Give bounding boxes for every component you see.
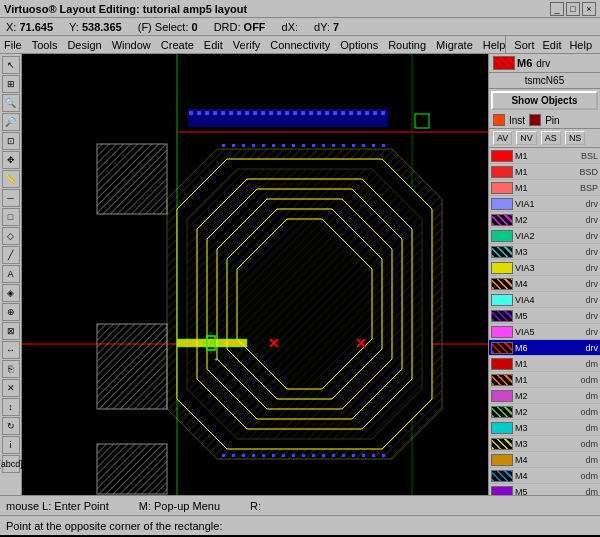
- svg-rect-46: [222, 144, 225, 147]
- copy-tool[interactable]: ⎘: [2, 360, 20, 378]
- layer-row[interactable]: VIA1drv: [489, 196, 600, 212]
- help-menu[interactable]: Help: [569, 39, 592, 51]
- path-tool[interactable]: ╱: [2, 246, 20, 264]
- layer-row[interactable]: M2odm: [489, 404, 600, 420]
- nv-button[interactable]: NV: [516, 131, 537, 145]
- layer-row[interactable]: VIA3drv: [489, 260, 600, 276]
- layer-color-box: [491, 486, 513, 496]
- layer-row[interactable]: M5dm: [489, 484, 600, 495]
- layer-name: M3: [515, 439, 578, 449]
- layer-row[interactable]: VIA5drv: [489, 324, 600, 340]
- rect-tool[interactable]: □: [2, 208, 20, 226]
- via-tool[interactable]: ⊠: [2, 322, 20, 340]
- layer-row[interactable]: M2dm: [489, 388, 600, 404]
- wire-tool[interactable]: ─: [2, 189, 20, 207]
- layer-color-box: [491, 342, 513, 354]
- menu-window[interactable]: Window: [112, 39, 151, 51]
- layer-row[interactable]: M1dm: [489, 356, 600, 372]
- layer-row[interactable]: M3drv: [489, 244, 600, 260]
- canvas-area[interactable]: +: [22, 54, 488, 495]
- layer-color-box: [491, 150, 513, 162]
- minimize-button[interactable]: _: [550, 2, 564, 16]
- layer-color-box: [491, 390, 513, 402]
- mouse-l-status: mouse L: Enter Point: [6, 500, 109, 512]
- menu-connectivity[interactable]: Connectivity: [270, 39, 330, 51]
- move-tool[interactable]: ↔: [2, 341, 20, 359]
- layer-purpose: drv: [585, 295, 598, 305]
- instruction-text: Point at the opposite corner of the rect…: [6, 520, 222, 532]
- layout-canvas[interactable]: +: [22, 54, 488, 495]
- menu-create[interactable]: Create: [161, 39, 194, 51]
- layer-name: M2: [515, 391, 583, 401]
- show-objects-button[interactable]: Show Objects: [491, 91, 598, 110]
- layer-row[interactable]: M5drv: [489, 308, 600, 324]
- sort-menu[interactable]: Sort: [514, 39, 534, 51]
- instance-tool[interactable]: ◈: [2, 284, 20, 302]
- rotate-tool[interactable]: ↻: [2, 417, 20, 435]
- layer-color-box: [491, 278, 513, 290]
- close-button[interactable]: ×: [582, 2, 596, 16]
- menu-routing[interactable]: Routing: [388, 39, 426, 51]
- label-tool[interactable]: A: [2, 265, 20, 283]
- layer-purpose: drv: [585, 247, 598, 257]
- svg-rect-71: [302, 454, 305, 457]
- layer-name: M6: [515, 343, 583, 353]
- select-tool[interactable]: ↖: [2, 56, 20, 74]
- svg-rect-59: [352, 144, 355, 147]
- menu-tools[interactable]: Tools: [32, 39, 58, 51]
- svg-rect-13: [221, 111, 225, 115]
- layer-row[interactable]: M3odm: [489, 436, 600, 452]
- svg-rect-20: [277, 111, 281, 115]
- as-button[interactable]: AS: [541, 131, 561, 145]
- menu-file[interactable]: File: [4, 39, 22, 51]
- svg-rect-57: [332, 144, 335, 147]
- pan-tool[interactable]: ✥: [2, 151, 20, 169]
- ns-button[interactable]: NS: [565, 131, 586, 145]
- menu-help[interactable]: Help: [483, 39, 506, 51]
- layer-color-box: [491, 374, 513, 386]
- layer-row[interactable]: M3dm: [489, 420, 600, 436]
- svg-rect-24: [309, 111, 313, 115]
- layer-row[interactable]: VIA2drv: [489, 228, 600, 244]
- layer-purpose: drv: [585, 199, 598, 209]
- fit-tool[interactable]: ⊡: [2, 132, 20, 150]
- delete-tool[interactable]: ✕: [2, 379, 20, 397]
- layer-row[interactable]: M2drv: [489, 212, 600, 228]
- layer-row[interactable]: M1BSD: [489, 164, 600, 180]
- maximize-button[interactable]: □: [566, 2, 580, 16]
- svg-rect-78: [372, 454, 375, 457]
- ruler-tool[interactable]: 📏: [2, 170, 20, 188]
- layer-row[interactable]: M4dm: [489, 452, 600, 468]
- svg-rect-79: [382, 454, 385, 457]
- edit-menu[interactable]: Edit: [542, 39, 561, 51]
- menu-verify[interactable]: Verify: [233, 39, 261, 51]
- poly-tool[interactable]: ◇: [2, 227, 20, 245]
- av-button[interactable]: AV: [493, 131, 512, 145]
- text-tool[interactable]: [abcd]: [2, 455, 20, 473]
- menu-edit[interactable]: Edit: [204, 39, 223, 51]
- title-text: Virtuoso® Layout Editing: tutorial amp5 …: [4, 3, 247, 15]
- layer-row[interactable]: M4odm: [489, 468, 600, 484]
- menu-migrate[interactable]: Migrate: [436, 39, 473, 51]
- layer-row[interactable]: M1BSP: [489, 180, 600, 196]
- layer-purpose: dm: [585, 423, 598, 433]
- layer-name: M5: [515, 311, 583, 321]
- zoom-area-tool[interactable]: ⊞: [2, 75, 20, 93]
- layer-row[interactable]: M6drv: [489, 340, 600, 356]
- layer-row[interactable]: VIA4drv: [489, 292, 600, 308]
- menu-options[interactable]: Options: [340, 39, 378, 51]
- layer-name: M2: [515, 215, 583, 225]
- zoom-in-tool[interactable]: 🔍: [2, 94, 20, 112]
- layer-row[interactable]: M1odm: [489, 372, 600, 388]
- pin-tool[interactable]: ⊕: [2, 303, 20, 321]
- layer-row[interactable]: M4drv: [489, 276, 600, 292]
- svg-rect-16: [245, 111, 249, 115]
- properties-tool[interactable]: i: [2, 436, 20, 454]
- menu-design[interactable]: Design: [67, 39, 101, 51]
- layer-color-box: [491, 214, 513, 226]
- layer-purpose: drv: [585, 311, 598, 321]
- stretch-tool[interactable]: ↕: [2, 398, 20, 416]
- zoom-out-tool[interactable]: 🔎: [2, 113, 20, 131]
- window-controls[interactable]: _ □ ×: [550, 2, 596, 16]
- layer-row[interactable]: M1BSL: [489, 148, 600, 164]
